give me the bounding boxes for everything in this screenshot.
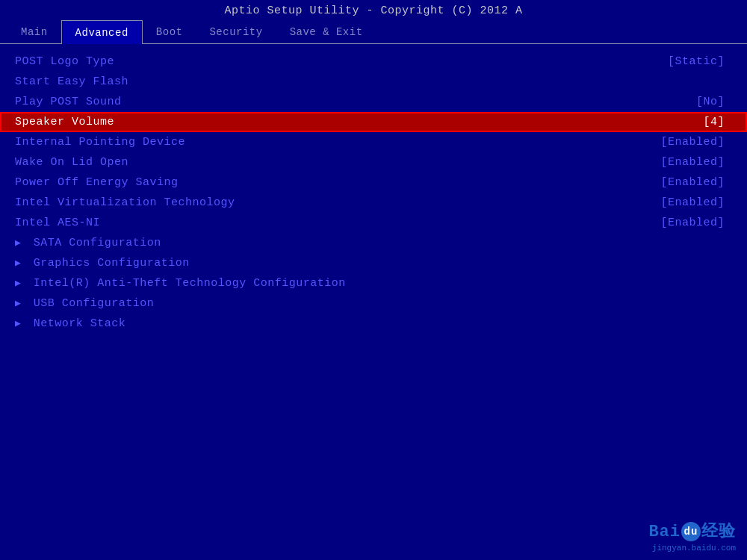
menu-item-value-speaker-volume: [4] <box>642 116 732 128</box>
baidu-logo-du-icon: du <box>681 522 701 541</box>
baidu-logo-bai: Bai <box>648 523 681 541</box>
menu-item-label-post-logo-type: POST Logo Type <box>15 55 642 68</box>
main-content: POST Logo Type[Static]Start Easy FlashPl… <box>0 44 747 552</box>
menu-item-usb-configuration[interactable]: ▶ USB Configuration <box>0 293 747 314</box>
baidu-logo: Baidu经验 <box>648 520 736 542</box>
arrow-icon: ▶ <box>15 237 28 249</box>
menu-item-label-intel-anti-theft: ▶ Intel(R) Anti-Theft Technology Configu… <box>15 277 732 290</box>
menu-item-label-start-easy-flash: Start Easy Flash <box>15 75 732 88</box>
nav-tab-main[interactable]: Main <box>7 20 61 43</box>
menu-item-label-power-off-energy-saving: Power Off Energy Saving <box>15 176 642 189</box>
nav-tab-security[interactable]: Security <box>196 20 276 43</box>
menu-item-label-internal-pointing-device: Internal Pointing Device <box>15 136 642 149</box>
menu-item-intel-anti-theft[interactable]: ▶ Intel(R) Anti-Theft Technology Configu… <box>0 273 747 293</box>
menu-item-label-sata-configuration: ▶ SATA Configuration <box>15 237 732 249</box>
arrow-icon: ▶ <box>15 298 28 309</box>
nav-bar: MainAdvancedBootSecuritySave & Exit <box>0 20 747 44</box>
menu-item-value-power-off-energy-saving: [Enabled] <box>642 176 732 189</box>
menu-item-start-easy-flash[interactable]: Start Easy Flash <box>0 72 747 92</box>
nav-tab-boot[interactable]: Boot <box>143 20 196 43</box>
menu-item-value-post-logo-type: [Static] <box>642 55 732 68</box>
menu-item-label-intel-virtualization: Intel Virtualization Technology <box>15 196 642 209</box>
menu-item-label-usb-configuration: ▶ USB Configuration <box>15 297 732 310</box>
menu-item-label-wake-on-lid-open: Wake On Lid Open <box>15 156 642 169</box>
menu-item-value-intel-virtualization: [Enabled] <box>642 196 732 209</box>
menu-panel: POST Logo Type[Static]Start Easy FlashPl… <box>0 44 747 552</box>
menu-item-label-intel-aes-ni: Intel AES-NI <box>15 217 642 229</box>
nav-tab-save-exit[interactable]: Save & Exit <box>276 20 376 43</box>
arrow-icon: ▶ <box>15 318 28 329</box>
watermark: Baidu经验 jingyan.baidu.com <box>648 520 736 553</box>
menu-item-value-wake-on-lid-open: [Enabled] <box>642 156 732 169</box>
menu-item-network-stack[interactable]: ▶ Network Stack <box>0 314 747 334</box>
menu-item-intel-virtualization[interactable]: Intel Virtualization Technology[Enabled] <box>0 193 747 213</box>
title-text: Aptio Setup Utility - Copyright (C) 2012… <box>224 4 522 17</box>
menu-item-graphics-configuration[interactable]: ▶ Graphics Configuration <box>0 253 747 273</box>
menu-item-label-network-stack: ▶ Network Stack <box>15 317 732 330</box>
bios-screen: Aptio Setup Utility - Copyright (C) 2012… <box>0 0 747 560</box>
menu-item-value-intel-aes-ni: [Enabled] <box>642 217 732 229</box>
menu-item-play-post-sound[interactable]: Play POST Sound[No] <box>0 92 747 112</box>
menu-item-power-off-energy-saving[interactable]: Power Off Energy Saving[Enabled] <box>0 172 747 193</box>
arrow-icon: ▶ <box>15 278 28 289</box>
title-bar: Aptio Setup Utility - Copyright (C) 2012… <box>0 0 747 20</box>
menu-item-label-graphics-configuration: ▶ Graphics Configuration <box>15 257 732 270</box>
menu-item-speaker-volume[interactable]: Speaker Volume[4] <box>0 112 747 132</box>
menu-item-post-logo-type[interactable]: POST Logo Type[Static] <box>0 52 747 72</box>
menu-item-intel-aes-ni[interactable]: Intel AES-NI[Enabled] <box>0 213 747 233</box>
menu-item-label-play-post-sound: Play POST Sound <box>15 96 642 108</box>
menu-item-internal-pointing-device[interactable]: Internal Pointing Device[Enabled] <box>0 132 747 152</box>
baidu-logo-suffix: 经验 <box>701 523 736 541</box>
menu-item-wake-on-lid-open[interactable]: Wake On Lid Open[Enabled] <box>0 152 747 172</box>
menu-item-value-internal-pointing-device: [Enabled] <box>642 136 732 149</box>
menu-item-label-speaker-volume: Speaker Volume <box>15 116 642 128</box>
menu-item-value-play-post-sound: [No] <box>642 96 732 108</box>
arrow-icon: ▶ <box>15 258 28 269</box>
nav-tab-advanced[interactable]: Advanced <box>61 20 143 44</box>
menu-item-sata-configuration[interactable]: ▶ SATA Configuration <box>0 233 747 253</box>
baidu-url: jingyan.baidu.com <box>652 544 736 553</box>
